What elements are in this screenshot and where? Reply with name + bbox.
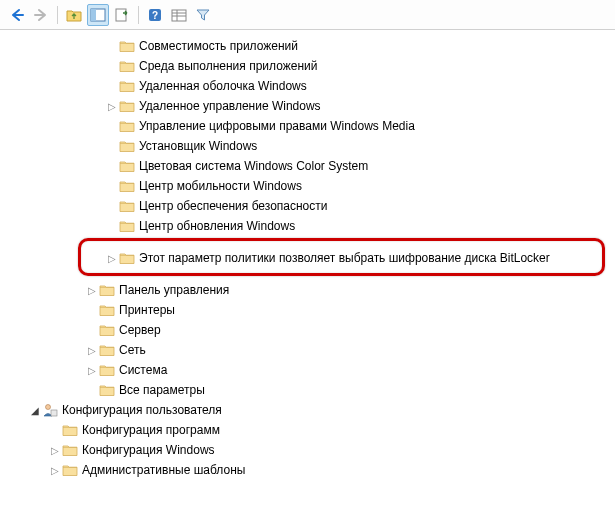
folder-icon <box>99 302 115 318</box>
folder-icon <box>99 382 115 398</box>
tree-item-label: Принтеры <box>119 303 181 317</box>
tree-item[interactable]: ▷Удаленное управление Windows <box>0 96 615 116</box>
tree-item-label: Все параметры <box>119 383 211 397</box>
expander-icon[interactable]: ▷ <box>48 465 62 476</box>
svg-rect-1 <box>91 9 96 21</box>
tree-item[interactable]: Установщик Windows <box>0 136 615 156</box>
expander-icon[interactable]: ▷ <box>48 445 62 456</box>
tree-item[interactable]: Среда выполнения приложений <box>0 56 615 76</box>
tree-item-label: Панель управления <box>119 283 235 297</box>
tree-item-label: Удаленная оболочка Windows <box>139 79 313 93</box>
folder-icon <box>119 138 135 154</box>
tree-item-label: Установщик Windows <box>139 139 263 153</box>
folder-icon <box>119 78 135 94</box>
folder-icon <box>119 178 135 194</box>
tree-item[interactable]: Конфигурация программ <box>0 420 615 440</box>
tree-item-label: Конфигурация программ <box>82 423 226 437</box>
tree-item-label: Конфигурация пользователя <box>62 403 228 417</box>
folder-icon <box>62 422 78 438</box>
expander-icon[interactable]: ▷ <box>85 285 99 296</box>
tree-item[interactable]: Принтеры <box>0 300 615 320</box>
filter-button[interactable] <box>192 4 214 26</box>
tree-item[interactable]: Управление цифровыми правами Windows Med… <box>0 116 615 136</box>
tree-item[interactable]: Центр обновления Windows <box>0 216 615 236</box>
help-icon: ? <box>147 7 163 23</box>
folder-icon <box>99 342 115 358</box>
tree-item[interactable]: Сервер <box>0 320 615 340</box>
tree-item[interactable]: ▷Административные шаблоны <box>0 460 615 480</box>
tree-pane-icon <box>90 8 106 22</box>
tree-item[interactable]: Совместимость приложений <box>0 36 615 56</box>
svg-point-9 <box>46 405 51 410</box>
tree-item[interactable]: ▷Этот параметр политики позволяет выбрат… <box>0 248 615 268</box>
tree-item-label: Центр обновления Windows <box>139 219 301 233</box>
folder-icon <box>62 462 78 478</box>
tree-item-label: Центр обеспечения безопасности <box>139 199 334 213</box>
expander-icon[interactable]: ▷ <box>85 365 99 376</box>
tree-item-label: Система <box>119 363 173 377</box>
tree-item-label: Сервер <box>119 323 167 337</box>
arrow-left-icon <box>9 7 25 23</box>
folder-icon <box>119 198 135 214</box>
folder-icon <box>119 218 135 234</box>
tree-item[interactable]: Все параметры <box>0 380 615 400</box>
forward-button[interactable] <box>30 4 52 26</box>
tree-item[interactable]: ▷Конфигурация Windows <box>0 440 615 460</box>
toolbar: ? <box>0 0 615 30</box>
tree-item[interactable]: ▷Сеть <box>0 340 615 360</box>
tree-item[interactable]: ▷Система <box>0 360 615 380</box>
folder-icon <box>119 158 135 174</box>
folder-up-icon <box>66 8 82 22</box>
tree-item-label: Цветовая система Windows Color System <box>139 159 374 173</box>
toolbar-separator <box>138 6 139 24</box>
tree-item-label: Сеть <box>119 343 152 357</box>
properties-icon <box>171 8 187 22</box>
folder-icon <box>62 442 78 458</box>
svg-rect-10 <box>51 410 57 416</box>
folder-icon <box>119 98 135 114</box>
svg-rect-2 <box>116 9 126 21</box>
tree-item-label: Управление цифровыми правами Windows Med… <box>139 119 421 133</box>
help-button[interactable]: ? <box>144 4 166 26</box>
svg-text:?: ? <box>152 10 158 21</box>
expander-icon[interactable]: ◢ <box>28 405 42 416</box>
tree-item[interactable]: Удаленная оболочка Windows <box>0 76 615 96</box>
folder-icon <box>99 282 115 298</box>
user-config-icon <box>42 402 58 418</box>
folder-icon <box>119 38 135 54</box>
toolbar-separator <box>57 6 58 24</box>
export-icon <box>114 7 130 23</box>
tree-item[interactable]: Цветовая система Windows Color System <box>0 156 615 176</box>
show-hide-tree-button[interactable] <box>87 4 109 26</box>
policy-tree[interactable]: Совместимость приложенийСреда выполнения… <box>0 30 615 525</box>
tree-item-label: Совместимость приложений <box>139 39 304 53</box>
folder-icon <box>119 118 135 134</box>
folder-icon <box>99 322 115 338</box>
tree-item-label: Центр мобильности Windows <box>139 179 308 193</box>
arrow-right-icon <box>33 7 49 23</box>
properties-button[interactable] <box>168 4 190 26</box>
export-list-button[interactable] <box>111 4 133 26</box>
tree-item[interactable]: Центр обеспечения безопасности <box>0 196 615 216</box>
tree-item-label: Конфигурация Windows <box>82 443 221 457</box>
up-folder-button[interactable] <box>63 4 85 26</box>
folder-icon <box>99 362 115 378</box>
tree-item-label: Среда выполнения приложений <box>139 59 323 73</box>
expander-icon[interactable]: ▷ <box>85 345 99 356</box>
expander-icon[interactable]: ▷ <box>105 101 119 112</box>
funnel-icon <box>195 7 211 23</box>
tree-item[interactable]: ▷Панель управления <box>0 280 615 300</box>
folder-icon <box>119 58 135 74</box>
tree-item-label: Этот параметр политики позволяет выбрать… <box>139 251 556 265</box>
folder-icon <box>119 250 135 266</box>
tree-item[interactable]: ◢Конфигурация пользователя <box>0 400 615 420</box>
back-button[interactable] <box>6 4 28 26</box>
expander-icon[interactable]: ▷ <box>105 253 119 264</box>
tree-item[interactable]: Центр мобильности Windows <box>0 176 615 196</box>
tree-item-label: Удаленное управление Windows <box>139 99 327 113</box>
tree-item-label: Административные шаблоны <box>82 463 251 477</box>
